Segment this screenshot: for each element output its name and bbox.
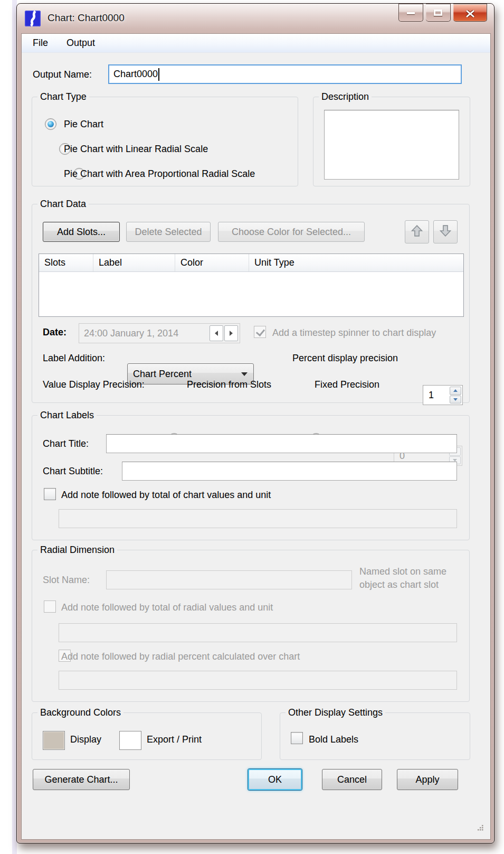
radial-total-note-checkbox[interactable] (44, 600, 56, 613)
next-arrow-icon (230, 331, 233, 336)
chart-title-input[interactable] (106, 434, 457, 453)
window-title: Chart: Chart0000 (47, 4, 125, 32)
spin-down-button[interactable] (450, 396, 461, 404)
output-name-label: Output Name: (33, 69, 92, 80)
other-display-settings-group: Other Display Settings Bold Labels (280, 712, 470, 760)
arrow-up-icon (410, 223, 424, 241)
combo-dropdown-icon (241, 372, 248, 376)
bold-labels-checkbox[interactable] (291, 732, 303, 744)
percent-precision-label: Percent display precision (292, 353, 398, 364)
spin-up-button[interactable] (450, 387, 461, 395)
add-slots-button[interactable]: Add Slots... (43, 222, 120, 242)
choose-color-button[interactable]: Choose Color for Selected... (218, 222, 365, 242)
chart-data-group-title: Chart Data (37, 198, 89, 210)
spin-down-icon (453, 398, 458, 401)
radial-dimension-group: Radial Dimension Slot Name: Named slot o… (32, 550, 470, 702)
date-field[interactable]: 24:00 January 1, 2014 (79, 323, 240, 343)
caption-buttons (398, 4, 487, 22)
chart-note-checkbox[interactable] (44, 488, 56, 500)
fixed-precision-label: Fixed Precision (315, 379, 379, 390)
radio-pie-chart[interactable] (45, 118, 56, 130)
slot-name-hint-line2: object as chart slot (359, 578, 446, 592)
date-next-button[interactable] (224, 325, 238, 341)
column-header-slots[interactable]: Slots (39, 254, 93, 271)
close-button[interactable] (453, 4, 487, 22)
move-up-button[interactable] (405, 220, 429, 243)
minimize-button[interactable] (398, 4, 423, 22)
date-prev-button[interactable] (210, 325, 223, 341)
slot-name-hint-line1: Named slot on same (359, 565, 446, 578)
menu-output[interactable]: Output (59, 34, 103, 52)
display-color-label: Display (70, 734, 101, 745)
output-name-value: Chart0000 (113, 69, 158, 80)
radial-total-note-label: Add note followed by total of radial val… (61, 602, 273, 613)
spin-up-icon (453, 389, 458, 392)
background-colors-group-title: Background Colors (37, 707, 123, 719)
close-icon (465, 9, 475, 16)
radio-pie-linear-radial-label: Pie Chart with Linear Radial Scale (64, 144, 208, 155)
export-color-label: Export / Print (147, 734, 202, 745)
value-precision-label: Value Display Precision: (43, 379, 145, 390)
chart-data-group: Chart Data Add Slots... Delete Selected … (32, 204, 470, 403)
generate-chart-button[interactable]: Generate Chart... (33, 769, 130, 790)
resize-grip[interactable] (476, 823, 484, 831)
description-textarea[interactable] (324, 110, 459, 180)
spin-buttons (450, 387, 461, 403)
ok-button[interactable]: OK (248, 769, 302, 790)
chart-type-group-title: Chart Type (37, 91, 89, 103)
chart-subtitle-input[interactable] (122, 462, 457, 481)
dialog-client-area: File Output Output Name: Chart0000 Chart… (21, 33, 491, 840)
export-color-swatch[interactable] (119, 731, 141, 750)
display-color-swatch[interactable] (43, 731, 65, 750)
description-group-title: Description (319, 91, 372, 103)
bold-labels-label: Bold Labels (309, 734, 358, 745)
menu-file[interactable]: File (25, 34, 56, 52)
percent-precision-spinbox[interactable]: 1 (423, 385, 463, 405)
titlebar[interactable]: Chart: Chart0000 (17, 4, 494, 33)
description-group: Description (313, 97, 470, 186)
chart-subtitle-label: Chart Subtitle: (43, 466, 103, 477)
slots-table-body (39, 272, 463, 316)
maximize-icon (434, 10, 442, 16)
chart-note-input[interactable] (59, 509, 457, 528)
precision-from-slots-label: Precision from Slots (187, 379, 271, 390)
radial-percent-note-label: Add note followed by radial percent calc… (61, 651, 300, 662)
cancel-button[interactable]: Cancel (322, 769, 382, 790)
slot-name-input[interactable] (106, 570, 352, 589)
column-header-unit-type[interactable]: Unit Type (249, 254, 463, 271)
delete-selected-button[interactable]: Delete Selected (126, 222, 211, 242)
output-name-input[interactable]: Chart0000 (108, 64, 462, 84)
chart-type-group: Chart Type Pie Chart Pie Chart with Line… (32, 97, 298, 186)
date-nav-buttons (208, 325, 238, 341)
move-down-button[interactable] (433, 220, 458, 243)
label-addition-label: Label Addition: (43, 353, 105, 364)
prev-arrow-icon (215, 331, 218, 336)
timestep-spinner-checkbox[interactable] (254, 326, 266, 338)
date-label: Date: (43, 327, 66, 338)
text-caret (158, 68, 159, 81)
percent-precision-value: 1 (429, 390, 434, 401)
chart-dialog-window: Chart: Chart0000 File Output (16, 3, 495, 843)
radial-dimension-group-title: Radial Dimension (37, 544, 117, 556)
dialog-content: Output Name: Chart0000 Chart Type Pie Ch… (22, 53, 490, 839)
column-header-label[interactable]: Label (93, 254, 175, 271)
radial-percent-note-input[interactable] (59, 671, 457, 690)
apply-button[interactable]: Apply (397, 769, 458, 790)
menubar: File Output (22, 34, 490, 53)
chart-labels-group-title: Chart Labels (37, 409, 97, 421)
minimize-icon (407, 12, 415, 14)
background-colors-group: Background Colors Display Export / Print (32, 712, 262, 760)
slots-table-header: Slots Label Color Unit Type (39, 254, 463, 272)
maximize-button[interactable] (426, 4, 451, 22)
other-display-settings-group-title: Other Display Settings (286, 707, 385, 719)
radial-total-note-input[interactable] (59, 623, 457, 642)
riverware-app-icon (25, 11, 41, 26)
radio-pie-area-radial-label: Pie Chart with Area Proportional Radial … (64, 168, 255, 180)
chart-note-label: Add note followed by total of chart valu… (61, 490, 271, 501)
radio-pie-chart-label: Pie Chart (64, 119, 103, 130)
column-header-color[interactable]: Color (175, 254, 249, 271)
timestep-spinner-label: Add a timestep spinner to chart display (272, 327, 436, 339)
slots-table[interactable]: Slots Label Color Unit Type (39, 254, 464, 317)
chart-title-label: Chart Title: (43, 438, 89, 449)
slot-name-label: Slot Name: (43, 575, 90, 586)
